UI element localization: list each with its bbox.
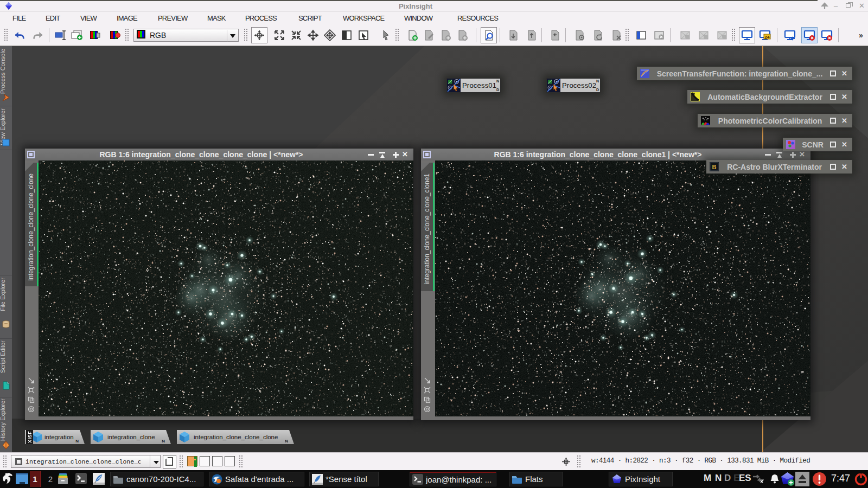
svg-text:24: 24 bbox=[765, 35, 770, 40]
svg-text:B: B bbox=[712, 164, 717, 170]
